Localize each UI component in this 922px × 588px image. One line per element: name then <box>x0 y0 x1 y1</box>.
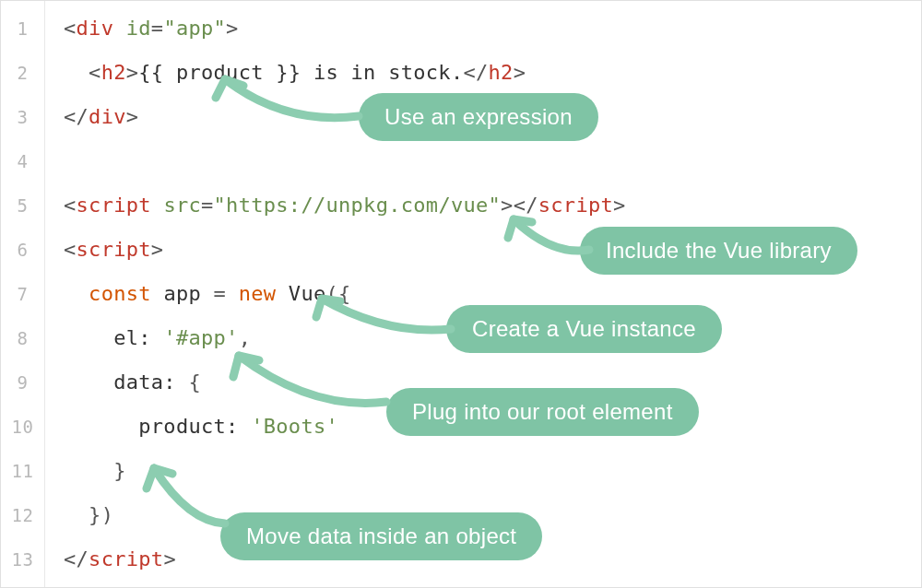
line-number: 1 <box>1 6 44 51</box>
code-line <box>64 139 921 183</box>
callout-create-vue-instance: Create a Vue instance <box>446 305 722 353</box>
callout-include-vue-library: Include the Vue library <box>580 227 857 275</box>
line-number: 7 <box>1 272 44 316</box>
line-number: 8 <box>1 316 44 360</box>
code-line: <script src="https://unpkg.com/vue"></sc… <box>64 183 921 228</box>
callout-plug-root-element: Plug into our root element <box>386 388 699 436</box>
line-gutter: 1 2 3 4 5 6 7 8 9 10 11 12 13 <box>1 1 45 587</box>
line-number: 9 <box>1 360 44 405</box>
line-number: 11 <box>1 449 44 493</box>
line-number: 5 <box>1 183 44 228</box>
line-number: 6 <box>1 228 44 272</box>
line-number: 4 <box>1 139 44 183</box>
line-number: 10 <box>1 405 44 449</box>
line-number: 12 <box>1 493 44 537</box>
code-line: <div id="app"> <box>64 6 921 51</box>
code-line: <h2>{{ product }} is in stock.</h2> <box>64 51 921 95</box>
line-number: 2 <box>1 51 44 95</box>
code-content: <div id="app"> <h2>{{ product }} is in s… <box>45 1 921 587</box>
callout-move-data-inside-object: Move data inside an object <box>220 512 542 560</box>
code-editor: 1 2 3 4 5 6 7 8 9 10 11 12 13 <div id="a… <box>0 0 922 588</box>
line-number: 13 <box>1 537 44 582</box>
code-line: } <box>64 449 921 493</box>
callout-use-expression: Use an expression <box>359 93 598 141</box>
line-number: 3 <box>1 95 44 139</box>
